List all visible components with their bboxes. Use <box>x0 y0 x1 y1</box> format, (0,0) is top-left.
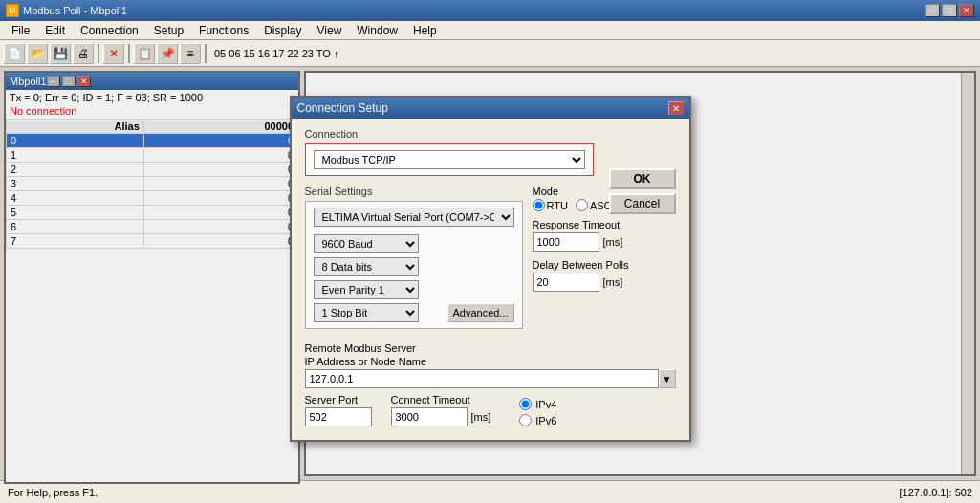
menu-functions[interactable]: Functions <box>191 22 256 39</box>
ok-button[interactable]: OK <box>609 168 676 189</box>
window-title: Modbus Poll - Mbpoll1 <box>23 5 127 16</box>
data-bits-select[interactable]: 8 Data bits <box>314 257 419 276</box>
connect-timeout-input-row: [ms] <box>391 407 491 426</box>
close-button[interactable]: ✕ <box>959 4 974 17</box>
serial-settings-label: Serial Settings <box>305 186 523 197</box>
ipv6-label[interactable]: IPv6 <box>519 414 556 426</box>
serial-port-select[interactable]: ELTIMA Virtual Serial Port (COM7->COM8) <box>314 208 514 227</box>
connection-section: Modbus TCP/IP Modbus RTU Modbus ASCII <box>305 143 594 176</box>
connect-timeout-group: Connect Timeout [ms] <box>391 394 491 426</box>
ip-dropdown-arrow[interactable]: ▼ <box>659 369 676 388</box>
icon-btn-1[interactable]: ≡ <box>180 43 201 64</box>
title-bar: M Modbus Poll - Mbpoll1 ─ □ ✕ <box>0 0 980 21</box>
rtu-radio[interactable] <box>533 199 545 211</box>
response-timeout-unit: [ms] <box>603 236 623 248</box>
delay-input-row: [ms] <box>533 273 676 292</box>
ascii-radio[interactable] <box>576 199 588 211</box>
parity-row: Even Parity 1 <box>314 280 514 299</box>
toolbar: 📄 📂 💾 🖨 ✕ 📋 📌 ≡ 05 06 15 16 17 22 23 TO … <box>0 40 980 67</box>
delay-input[interactable] <box>533 273 599 292</box>
response-timeout-group: Response Timeout [ms] <box>533 219 676 252</box>
menu-file[interactable]: File <box>4 22 37 39</box>
print-button[interactable]: 🖨 <box>73 43 94 64</box>
ip-input[interactable] <box>305 369 659 388</box>
dialog-close-button[interactable]: ✕ <box>668 101 684 115</box>
data-bits-row: 8 Data bits <box>314 257 514 276</box>
delay-unit: [ms] <box>603 276 623 288</box>
toolbar-time: 05 06 15 16 17 22 23 TO ↑ <box>214 48 338 59</box>
delay-group: Delay Between Polls [ms] <box>533 259 676 292</box>
maximize-button[interactable]: □ <box>942 4 957 17</box>
baud-rate-row: 9600 Baud <box>314 234 514 253</box>
rtu-label[interactable]: RTU <box>533 199 568 211</box>
connection-label: Connection <box>305 128 594 140</box>
save-button[interactable]: 💾 <box>50 43 71 64</box>
menu-view[interactable]: View <box>310 22 350 39</box>
response-timeout-label: Response Timeout <box>533 219 676 230</box>
status-right: [127.0.0.1]: 502 <box>900 487 972 498</box>
connect-timeout-unit: [ms] <box>471 411 491 423</box>
open-button[interactable]: 📂 <box>27 43 48 64</box>
server-port-input[interactable] <box>305 407 372 426</box>
ipv6-radio[interactable] <box>519 414 532 426</box>
menu-bar: File Edit Connection Setup Functions Dis… <box>0 21 980 40</box>
ipv4-radio[interactable] <box>519 398 532 410</box>
menu-window[interactable]: Window <box>349 22 405 39</box>
server-port-label: Server Port <box>305 394 372 405</box>
baud-rate-select[interactable]: 9600 Baud <box>314 234 419 253</box>
remote-server-label: Remote Modbus Server <box>305 342 676 354</box>
new-button[interactable]: 📄 <box>4 43 25 64</box>
main-area: Mbpoll1 ─ □ ✕ Tx = 0; Err = 0; ID = 1; F… <box>0 67 980 480</box>
status-left: For Help, press F1. <box>8 487 98 498</box>
title-bar-controls: ─ □ ✕ <box>925 4 974 17</box>
cancel-button[interactable]: Cancel <box>609 193 676 214</box>
dialog-title: Connection Setup <box>297 101 388 115</box>
copy-button[interactable]: 📋 <box>134 43 155 64</box>
dialog-body: OK Cancel Connection Modbus TCP/IP Modbu… <box>292 119 689 440</box>
app-icon: M <box>6 4 19 17</box>
dialog-buttons: OK Cancel <box>609 168 676 214</box>
menu-edit[interactable]: Edit <box>37 22 73 39</box>
delay-label: Delay Between Polls <box>533 259 676 271</box>
port-group: Server Port <box>305 394 372 426</box>
menu-setup[interactable]: Setup <box>146 22 191 39</box>
menu-help[interactable]: Help <box>405 22 445 39</box>
ip-input-row: ▼ <box>305 369 676 388</box>
toolbar-separator-2 <box>128 44 130 63</box>
response-timeout-input-row: [ms] <box>533 232 676 252</box>
remote-server-section: Remote Modbus Server IP Address or Node … <box>305 342 676 426</box>
ipv4-label[interactable]: IPv4 <box>519 398 556 410</box>
menu-connection[interactable]: Connection <box>73 22 146 39</box>
stop-button[interactable]: ✕ <box>103 43 124 64</box>
stop-bit-row: 1 Stop Bit Advanced... <box>314 303 514 322</box>
toolbar-separator-1 <box>98 44 99 63</box>
serial-settings-section: ELTIMA Virtual Serial Port (COM7->COM8) … <box>305 201 523 329</box>
response-timeout-input[interactable] <box>533 232 599 252</box>
server-port-row: Server Port Connect Timeout [ms] <box>305 394 676 426</box>
stop-bit-select[interactable]: 1 Stop Bit <box>314 303 419 322</box>
connection-select[interactable]: Modbus TCP/IP Modbus RTU Modbus ASCII <box>314 150 585 169</box>
connect-timeout-label: Connect Timeout <box>391 394 491 405</box>
ip-label: IP Address or Node Name <box>305 356 676 367</box>
serial-col: Serial Settings ELTIMA Virtual Serial Po… <box>305 186 523 339</box>
menu-display[interactable]: Display <box>256 22 309 39</box>
dialog-titlebar: Connection Setup ✕ <box>292 98 689 119</box>
connection-setup-dialog: Connection Setup ✕ OK Cancel Connection … <box>290 96 691 442</box>
toolbar-separator-3 <box>205 44 207 63</box>
ipv-group: IPv4 IPv6 <box>519 398 556 426</box>
connect-timeout-input[interactable] <box>391 407 468 426</box>
dialog-overlay: Connection Setup ✕ OK Cancel Connection … <box>0 67 980 480</box>
parity-select[interactable]: Even Parity 1 <box>314 280 419 299</box>
minimize-button[interactable]: ─ <box>925 4 940 17</box>
advanced-button[interactable]: Advanced... <box>447 303 514 322</box>
paste-button[interactable]: 📌 <box>157 43 178 64</box>
